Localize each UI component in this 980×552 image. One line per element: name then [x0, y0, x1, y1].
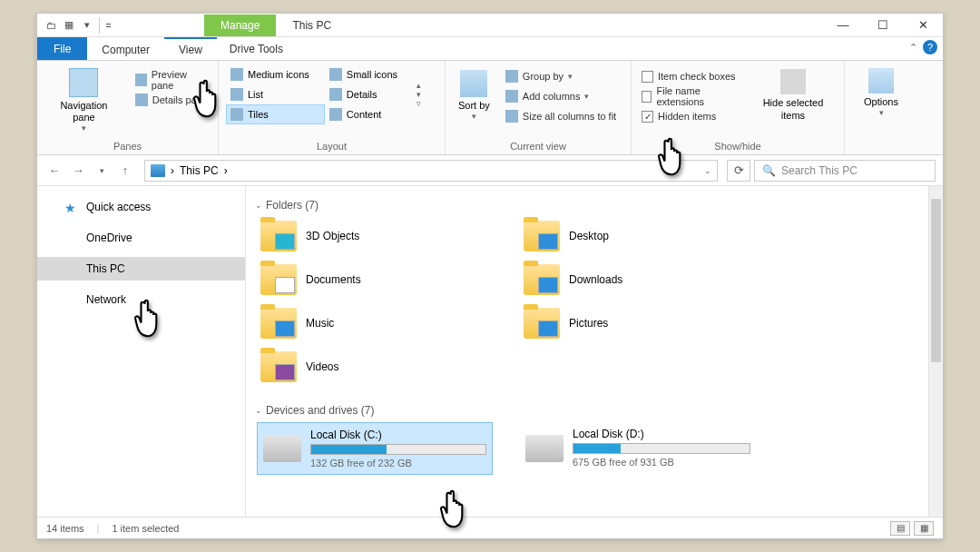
close-button[interactable]: ✕	[903, 14, 943, 37]
drive-free-text: 132 GB free of 232 GB	[310, 458, 486, 468]
menubar: File Computer View Drive Tools ⌃ ?	[37, 37, 943, 61]
qat-dropdown-icon[interactable]: ▾	[79, 17, 95, 34]
hide-selected-items-button[interactable]: Hide selected items	[750, 64, 837, 126]
folder-icon	[260, 308, 297, 339]
options-icon	[868, 68, 894, 94]
back-button[interactable]: ←	[44, 161, 64, 181]
layout-more-icon[interactable]: ▿	[416, 99, 421, 108]
checkbox-icon	[642, 91, 652, 103]
manage-context-tab[interactable]: Manage	[204, 15, 276, 36]
folder-item[interactable]: Pictures	[520, 304, 747, 342]
ribbon: Navigation pane ▾ Preview pane Details p…	[37, 61, 943, 155]
drive-label: Local Disk (D:)	[573, 428, 750, 440]
folder-label: Documents	[306, 273, 361, 286]
drive-usage-bar	[310, 444, 486, 455]
tab-computer[interactable]: Computer	[87, 37, 164, 60]
folder-icon	[524, 308, 560, 339]
scrollbar-thumb[interactable]	[931, 199, 941, 362]
folder-label: Music	[306, 317, 334, 330]
tab-drive-tools[interactable]: Drive Tools	[217, 37, 296, 60]
hide-selected-icon	[780, 69, 806, 94]
item-check-boxes-toggle[interactable]: Item check boxes	[639, 66, 740, 86]
address-bar-row: ← → ▾ ↑ › This PC › ⌄ ⟳ 🔍 Search This PC	[37, 155, 943, 186]
breadcrumb[interactable]: This PC	[180, 164, 219, 177]
properties-icon[interactable]: ▦	[61, 17, 77, 34]
layout-content[interactable]: Content	[325, 104, 413, 124]
layout-small-icons[interactable]: Small icons	[325, 64, 413, 84]
group-label: Current view	[446, 141, 631, 152]
address-dropdown-icon[interactable]: ⌄	[704, 166, 711, 175]
forward-button[interactable]: →	[68, 161, 88, 181]
folder-item[interactable]: 3D Objects	[257, 217, 484, 255]
content-area[interactable]: ⌄Folders (7) 3D ObjectsDesktopDocumentsD…	[246, 186, 928, 517]
up-button[interactable]: ↑	[115, 161, 135, 181]
options-button[interactable]: Options ▾	[852, 64, 910, 122]
sidebar-item-network[interactable]: Network	[37, 288, 245, 311]
folders-grid: 3D ObjectsDesktopDocumentsDownloadsMusic…	[253, 217, 921, 386]
sidebar: ★ Quick access OneDrive This PC Network	[37, 186, 246, 517]
explorer-window: 🗀 ▦ ▾ = Manage This PC — ☐ ✕ File Comput…	[36, 13, 944, 539]
explorer-icon: 🗀	[43, 17, 59, 34]
history-dropdown[interactable]: ▾	[92, 161, 112, 181]
navigation-pane-button[interactable]: Navigation pane ▾	[44, 64, 123, 137]
minimize-button[interactable]: —	[823, 14, 863, 37]
search-box[interactable]: 🔍 Search This PC	[754, 160, 936, 182]
maximize-button[interactable]: ☐	[863, 14, 903, 37]
section-folders-header[interactable]: ⌄Folders (7)	[253, 195, 921, 217]
quick-access-toolbar: 🗀 ▦ ▾ =	[37, 17, 115, 34]
sidebar-item-this-pc[interactable]: This PC	[37, 257, 245, 281]
window-title: This PC	[292, 15, 331, 32]
sort-by-button[interactable]: Sort by ▾	[453, 64, 495, 126]
add-columns-button[interactable]: Add columns▾	[503, 86, 619, 106]
layout-details[interactable]: Details	[325, 84, 413, 104]
chevron-down-icon: ▾	[879, 108, 884, 118]
title-area: Manage This PC	[115, 15, 823, 36]
preview-pane-button[interactable]: Preview pane	[132, 70, 211, 90]
details-pane-button[interactable]: Details pane	[132, 90, 211, 110]
view-details-button[interactable]: ▤	[890, 521, 910, 536]
size-columns-button[interactable]: Size all columns to fit	[503, 106, 619, 126]
layout-list[interactable]: List	[226, 84, 325, 104]
status-selected-count: 1 item selected	[112, 523, 179, 534]
folder-label: Videos	[306, 360, 338, 373]
drive-item[interactable]: Local Disk (D:) 675 GB free of 931 GB	[520, 422, 756, 475]
layout-tiles[interactable]: Tiles	[226, 104, 325, 124]
breadcrumb-sep: ›	[224, 164, 228, 177]
sort-icon	[460, 70, 487, 97]
add-columns-icon	[505, 90, 518, 103]
folder-icon	[260, 351, 297, 382]
hidden-items-toggle[interactable]: Hidden items	[639, 106, 740, 126]
tab-view[interactable]: View	[164, 37, 217, 60]
drive-item[interactable]: Local Disk (C:) 132 GB free of 232 GB	[257, 422, 493, 475]
sidebar-item-quick-access[interactable]: ★ Quick access	[37, 195, 245, 219]
view-icons-button[interactable]: ▦	[914, 521, 934, 536]
refresh-button[interactable]: ⟳	[727, 160, 750, 182]
folder-icon	[524, 221, 560, 251]
vertical-scrollbar[interactable]	[928, 186, 943, 517]
collapse-ribbon-icon[interactable]: ⌃	[909, 42, 917, 54]
group-label: Panes	[37, 141, 218, 152]
chevron-down-icon: ▾	[82, 123, 86, 133]
qat-separator: =	[99, 17, 115, 34]
file-tab[interactable]: File	[37, 37, 87, 60]
folder-item[interactable]: Videos	[257, 348, 484, 386]
folder-item[interactable]: Music	[257, 304, 484, 342]
folder-item[interactable]: Documents	[257, 261, 484, 299]
star-icon: ★	[64, 201, 79, 213]
layout-scroll-up-icon[interactable]: ▴	[416, 81, 421, 90]
folder-item[interactable]: Downloads	[520, 261, 747, 299]
drive-icon	[263, 435, 301, 462]
ribbon-group-options: Options ▾	[845, 61, 917, 154]
address-bar[interactable]: › This PC › ⌄	[144, 160, 718, 182]
list-icon	[230, 88, 243, 101]
section-drives-header[interactable]: ⌄Devices and drives (7)	[253, 400, 921, 422]
sidebar-item-onedrive[interactable]: OneDrive	[37, 226, 245, 250]
file-name-extensions-toggle[interactable]: File name extensions	[639, 86, 740, 106]
layout-medium-icons[interactable]: Medium icons	[226, 64, 325, 84]
group-label: Layout	[219, 141, 445, 152]
help-icon[interactable]: ?	[923, 40, 937, 54]
group-by-button[interactable]: Group by▾	[503, 66, 619, 86]
ribbon-group-panes: Navigation pane ▾ Preview pane Details p…	[37, 61, 219, 154]
layout-scroll-down-icon[interactable]: ▾	[416, 90, 421, 99]
folder-item[interactable]: Desktop	[520, 217, 747, 255]
